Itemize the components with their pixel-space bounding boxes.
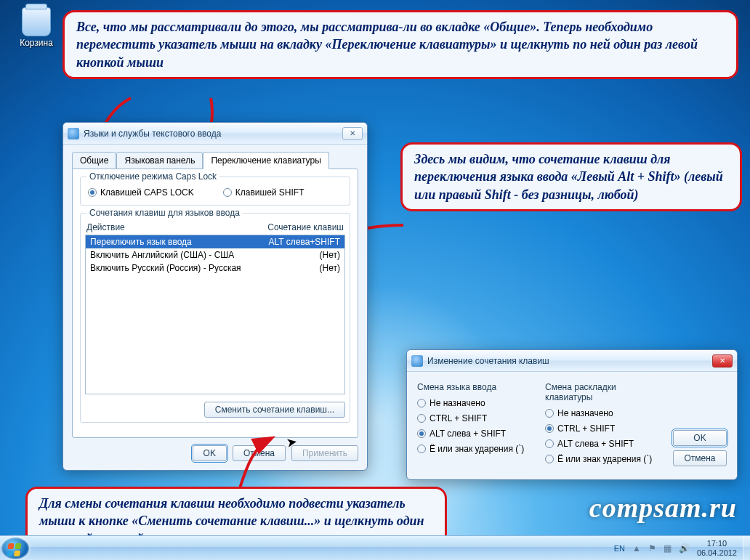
radio-shift-key[interactable]: Клавишей SHIFT: [223, 187, 305, 198]
close-button[interactable]: ✕: [342, 127, 363, 140]
desktop: Корзина Все, что мы рассматривали до это…: [0, 0, 750, 560]
network-icon[interactable]: ▦: [664, 543, 672, 553]
radio-on-icon: [417, 429, 426, 438]
radio-ctrl-shift[interactable]: CTRL + SHIFT: [417, 413, 529, 423]
change-hotkey-dialog: Изменение сочетания клавиш ✕ Смена языка…: [406, 349, 738, 480]
recycle-bin-label: Корзина: [15, 38, 58, 48]
trash-icon: [22, 7, 51, 36]
callout-right: Здесь мы видим, что сочетание клавиш для…: [400, 142, 742, 211]
close-button[interactable]: ✕: [712, 354, 733, 368]
radio-label: CTRL + SHIFT: [430, 413, 487, 423]
show-desktop-button[interactable]: [743, 536, 750, 561]
radio-off-icon: [545, 439, 554, 448]
apply-button[interactable]: Применить: [291, 445, 358, 461]
tab-language-bar[interactable]: Языковая панель: [116, 152, 203, 169]
radio-off-icon: [545, 455, 554, 463]
radio-off-icon: [545, 409, 554, 418]
action-center-icon[interactable]: ⚑: [648, 543, 656, 553]
clock-time: 17:10: [707, 539, 727, 548]
taskbar: EN ▲ ⚑ ▦ 🔊 17:10 06.04.2012: [0, 535, 750, 560]
cell-combo: (Нет): [320, 250, 340, 260]
hotkey-list[interactable]: Переключить язык ввода ALT слева+SHIFT В…: [85, 235, 345, 394]
radio-label: ALT слева + SHIFT: [557, 439, 634, 449]
cell-action: Переключить язык ввода: [90, 237, 192, 247]
change-hotkey-button[interactable]: Сменить сочетание клавиш...: [204, 402, 345, 418]
window-title: Языки и службы текстового ввода: [84, 129, 341, 139]
close-icon: ✕: [719, 357, 725, 365]
group-legend: Сочетания клавиш для языков ввода: [86, 208, 243, 218]
close-icon: ✕: [350, 129, 355, 137]
volume-icon[interactable]: 🔊: [679, 543, 690, 553]
capslock-group: Отключение режима Caps Lock Клавишей CAP…: [80, 176, 350, 206]
tab-panel: Отключение режима Caps Lock Клавишей CAP…: [72, 169, 358, 438]
cancel-button[interactable]: Отмена: [233, 445, 286, 461]
dialog-buttons: OK Отмена: [673, 382, 727, 469]
titlebar[interactable]: Изменение сочетания клавиш ✕: [407, 350, 737, 372]
cancel-button[interactable]: Отмена: [673, 450, 727, 466]
cell-combo: (Нет): [320, 263, 340, 273]
watermark: compsam.ru: [589, 492, 737, 524]
radio-alt-shift[interactable]: ALT слева + SHIFT: [545, 439, 657, 449]
recycle-bin-icon[interactable]: Корзина: [15, 7, 58, 48]
radio-label: Ё или знак ударения (`): [557, 454, 652, 464]
cell-action: Включить Английский (США) - США: [90, 250, 234, 260]
system-tray: EN ▲ ⚑ ▦ 🔊 17:10 06.04.2012: [614, 539, 743, 556]
titlebar[interactable]: Языки и службы текстового ввода ✕: [63, 123, 367, 145]
ok-button[interactable]: OK: [193, 445, 227, 461]
radio-off-icon: [223, 188, 232, 197]
cell-combo: ALT слева+SHIFT: [269, 237, 341, 247]
radio-ctrl-shift[interactable]: CTRL + SHIFT: [545, 423, 657, 434]
radio-label: Не назначено: [557, 408, 613, 418]
radio-capslock-key[interactable]: Клавишей CAPS LOCK: [88, 187, 194, 198]
column-header: Смена языка ввода: [417, 382, 529, 392]
window-title: Изменение сочетания клавиш: [427, 356, 711, 366]
radio-label: Клавишей SHIFT: [235, 187, 305, 198]
cell-action: Включить Русский (Россия) - Русская: [90, 263, 241, 273]
hotkeys-group: Сочетания клавиш для языков ввода Действ…: [80, 213, 350, 423]
radio-label: ALT слева + SHIFT: [430, 429, 506, 439]
clock-date: 06.04.2012: [697, 548, 737, 557]
radio-grave-accent[interactable]: Ё или знак ударения (`): [545, 454, 657, 464]
radio-grave-accent[interactable]: Ё или знак ударения (`): [417, 444, 529, 454]
flag-icon[interactable]: ▲: [632, 543, 641, 553]
dialog-buttons: OK Отмена Применить: [72, 445, 358, 461]
tabs: Общие Языковая панель Переключение клави…: [72, 152, 358, 169]
radio-label: Не назначено: [430, 398, 485, 408]
clock[interactable]: 17:10 06.04.2012: [697, 539, 737, 556]
group-legend: Отключение режима Caps Lock: [86, 171, 219, 182]
radio-off-icon: [417, 445, 426, 453]
column-header: Смена раскладки клавиатуры: [545, 382, 657, 402]
window-icon: [411, 355, 423, 367]
tab-keyboard-switch[interactable]: Переключение клавиатуры: [203, 152, 328, 169]
keyboard-layout-column: Смена раскладки клавиатуры Не назначено …: [545, 382, 657, 469]
col-action: Действие: [86, 222, 125, 232]
radio-off-icon: [417, 399, 426, 407]
list-header: Действие Сочетание клавиш: [86, 222, 344, 232]
list-row[interactable]: Включить Русский (Россия) - Русская (Нет…: [86, 261, 344, 275]
radio-on-icon: [545, 424, 554, 433]
radio-label: CTRL + SHIFT: [557, 423, 615, 434]
col-combo: Сочетание клавиш: [267, 222, 344, 232]
radio-alt-shift[interactable]: ALT слева + SHIFT: [417, 429, 529, 439]
input-language-column: Смена языка ввода Не назначено CTRL + SH…: [417, 382, 529, 469]
radio-label: Клавишей CAPS LOCK: [100, 187, 194, 198]
tab-general[interactable]: Общие: [72, 152, 116, 169]
window-icon: [68, 128, 79, 139]
ok-button[interactable]: OK: [673, 430, 727, 446]
language-indicator[interactable]: EN: [614, 544, 625, 553]
radio-on-icon: [88, 188, 97, 197]
callout-top: Все, что мы рассматривали до этого, мы р…: [62, 10, 738, 79]
radio-off-icon: [417, 414, 426, 423]
list-row[interactable]: Переключить язык ввода ALT слева+SHIFT: [86, 235, 344, 248]
text-services-dialog: Языки и службы текстового ввода ✕ Общие …: [62, 122, 368, 471]
radio-none[interactable]: Не назначено: [545, 408, 657, 418]
list-row[interactable]: Включить Английский (США) - США (Нет): [86, 248, 344, 261]
radio-none[interactable]: Не назначено: [417, 398, 529, 408]
radio-label: Ё или знак ударения (`): [430, 444, 524, 454]
start-button[interactable]: [1, 537, 29, 559]
